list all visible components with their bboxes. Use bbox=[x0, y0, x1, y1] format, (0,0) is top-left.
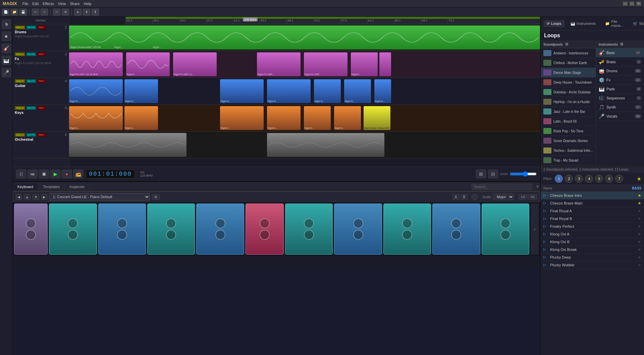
guitar-rec-button[interactable]: REC bbox=[37, 79, 46, 83]
inst-down-button[interactable]: ▼ bbox=[33, 194, 39, 200]
loop-item-9[interactable]: ▷ Plucky Deep ★ bbox=[541, 254, 644, 261]
pitch-btn-7[interactable]: 7 bbox=[615, 175, 623, 183]
loop-star-8[interactable]: ★ bbox=[638, 247, 641, 252]
instrument-vocals[interactable]: 🎤 Vocals 35 bbox=[596, 112, 644, 121]
guitar-clip-5[interactable]: Right G... bbox=[314, 79, 341, 103]
fx-mute-button[interactable]: MUTE bbox=[26, 52, 37, 56]
drums-clip-main[interactable] bbox=[69, 26, 540, 49]
panel-tab-filemana[interactable]: 📁 File mana... bbox=[602, 18, 627, 29]
guitar-clip-1[interactable]: Right G... bbox=[69, 79, 123, 103]
inst-1-button[interactable]: 1/1 bbox=[519, 194, 528, 199]
menu-view[interactable]: View bbox=[58, 2, 66, 6]
pitch-btn-5[interactable]: 5 bbox=[595, 175, 603, 183]
loop-item-6[interactable]: ▷ Klong Oxi A ★ bbox=[541, 230, 644, 238]
orchestral-mute-button[interactable]: MUTE bbox=[26, 133, 37, 137]
orchestral-lane[interactable] bbox=[69, 132, 540, 159]
inst-settings-button[interactable]: ⚙ bbox=[152, 194, 160, 200]
orchestral-clip-2[interactable] bbox=[267, 133, 384, 157]
maximize-button[interactable]: □ bbox=[629, 1, 635, 6]
keys-a-button[interactable]: A bbox=[452, 194, 460, 200]
soundpool-ambient[interactable]: Ambient - Interferences bbox=[541, 48, 596, 58]
soundpool-deep-house[interactable]: Deep House - Touchdown bbox=[541, 78, 596, 87]
key-pad-9[interactable] bbox=[383, 204, 431, 255]
guitar-clip-3[interactable]: Right G... bbox=[220, 79, 264, 103]
loop-item-3[interactable]: ▷ Final Royal A ★ bbox=[541, 207, 644, 215]
inst-next-button[interactable]: ▲ bbox=[24, 194, 31, 200]
toolbar-export[interactable]: ⬆ bbox=[92, 9, 99, 15]
menu-file[interactable]: File bbox=[22, 2, 29, 6]
pitch-star-button[interactable]: ★ bbox=[637, 176, 641, 182]
fx-clip-5[interactable]: Right FX.HDP... bbox=[304, 52, 347, 76]
fx-clip-6[interactable]: Right F... bbox=[351, 52, 378, 76]
view-mode-1[interactable]: ⊞ bbox=[476, 170, 486, 178]
keys-lane[interactable]: Right K... Right K... Right K... Right K… bbox=[69, 105, 540, 132]
keys-rec-button[interactable]: REC bbox=[37, 106, 46, 110]
instrument-drums[interactable]: 🥁 Drums 52 bbox=[596, 66, 644, 76]
key-pad-8[interactable] bbox=[334, 204, 382, 255]
menu-share[interactable]: Share bbox=[70, 2, 79, 6]
guitar-clip-6[interactable]: Right G... bbox=[344, 79, 371, 103]
zoom-slider[interactable] bbox=[510, 171, 537, 177]
soundpool-score[interactable]: Score Dramatic Stories bbox=[541, 136, 596, 146]
fx-rec-button[interactable]: REC bbox=[37, 52, 46, 56]
soundpool-hiphop[interactable]: HipHop - I'm on a Hustle bbox=[541, 97, 596, 107]
soundpools-settings-icon[interactable]: ⚙ bbox=[565, 42, 569, 47]
scale-select[interactable]: Major bbox=[493, 193, 514, 200]
loop-star-3[interactable]: ★ bbox=[638, 209, 641, 213]
guitar-mute-button[interactable]: MUTE bbox=[26, 79, 37, 83]
orchestral-clip-1[interactable] bbox=[69, 133, 186, 157]
pitch-btn-1[interactable]: 1 bbox=[555, 175, 563, 183]
keys-clip-1[interactable]: Right K... bbox=[69, 106, 123, 130]
tab-templates[interactable]: Templates bbox=[38, 183, 65, 190]
orchestral-solo-button[interactable]: SOLO bbox=[15, 133, 25, 137]
guitar-clip-2[interactable]: Right G... bbox=[124, 79, 158, 103]
loop-star-7[interactable]: ★ bbox=[638, 239, 641, 244]
fx-clip-4[interactable]: Right FX.HDP... bbox=[257, 52, 301, 76]
transport-prev[interactable]: ⏮ bbox=[28, 170, 38, 178]
sidebar-icon-mic[interactable]: 🎤 bbox=[2, 68, 11, 77]
toolbar-settings[interactable]: ⚙ bbox=[62, 9, 69, 15]
soundpool-rock-pop[interactable]: Rock Pop - No Time bbox=[541, 126, 596, 136]
timeline-ruler[interactable]: 25:1 29:1 33:1 37:1 41:1 45:1 49:1 53:1 … bbox=[125, 17, 540, 24]
drums-lane[interactable]: Right Drums.HDP 125.00 Right ... Right .… bbox=[69, 24, 540, 51]
soundpool-jazz[interactable]: Jazz - Late in the Bar bbox=[541, 107, 596, 117]
transport-play[interactable]: ▶ bbox=[50, 170, 60, 178]
fx-clip-1[interactable]: Right FX.HDP 125.00 BPM bbox=[69, 52, 123, 76]
toolbar-cut[interactable]: ✂ bbox=[53, 9, 60, 15]
sidebar-icon-guitar[interactable]: 🎸 bbox=[2, 44, 11, 53]
guitar-clip-4[interactable]: Right G... bbox=[267, 79, 311, 103]
soundpool-trap[interactable]: Trap - My Squad bbox=[541, 156, 596, 165]
guitar-clip-7[interactable]: Right G... bbox=[374, 79, 391, 103]
key-pad-5[interactable] bbox=[196, 204, 244, 255]
instrument-sequences[interactable]: 🎼 Sequences 7 bbox=[596, 94, 644, 103]
loop-item-5[interactable]: ▷ Freaky Perfect ★ bbox=[541, 223, 644, 230]
soundpool-techno[interactable]: Techno - Subliminal Infer... bbox=[541, 146, 596, 156]
keys-clip-5[interactable]: Right K... bbox=[304, 106, 331, 130]
instrument-fx[interactable]: ⚙️ Fx 12 bbox=[596, 76, 644, 85]
transport-reset[interactable]: ⟨⟨ bbox=[16, 170, 26, 178]
toolbar-redo[interactable]: ↪ bbox=[41, 9, 48, 15]
pitch-btn-3[interactable]: 3 bbox=[575, 175, 583, 183]
panel-tab-loops[interactable]: ⟳ Loops bbox=[543, 20, 565, 27]
fx-lane[interactable]: Right FX.HDP 125.00 BPM Right F... Right… bbox=[69, 51, 540, 78]
loop-star-4[interactable]: ★ bbox=[638, 216, 641, 221]
pitch-btn-4[interactable]: 4 bbox=[585, 175, 593, 183]
sidebar-icon-mouse[interactable]: 🖱 bbox=[2, 19, 11, 29]
keys-clip-4[interactable]: Right K... bbox=[267, 106, 301, 130]
drums-rec-button[interactable]: REC bbox=[37, 26, 46, 29]
guitar-solo-button[interactable]: SOLO bbox=[15, 79, 25, 83]
pitch-btn-2[interactable]: 2 bbox=[565, 175, 573, 183]
inst-forward-button[interactable]: ▶ bbox=[41, 194, 47, 200]
close-button[interactable]: ✕ bbox=[636, 1, 641, 6]
instrument-brass[interactable]: 🎺 Brass 1 bbox=[596, 57, 644, 66]
transport-stop[interactable]: ⏹ bbox=[39, 170, 49, 178]
key-pad-7[interactable] bbox=[285, 204, 333, 255]
inst-2-button[interactable]: 1/2 bbox=[528, 194, 537, 199]
inst-prev-button[interactable]: ◀ bbox=[16, 194, 22, 200]
transport-mode[interactable]: 📻 bbox=[73, 170, 83, 178]
fx-clip-2[interactable]: Right F... bbox=[126, 52, 170, 76]
fx-clip-7[interactable] bbox=[379, 52, 391, 76]
loop-item-8[interactable]: ▷ Klong Oxi Break ★ bbox=[541, 246, 644, 254]
menu-effects[interactable]: Effects bbox=[43, 2, 54, 6]
loop-item-10[interactable]: ▷ Plucky Wobble ★ bbox=[541, 261, 644, 269]
